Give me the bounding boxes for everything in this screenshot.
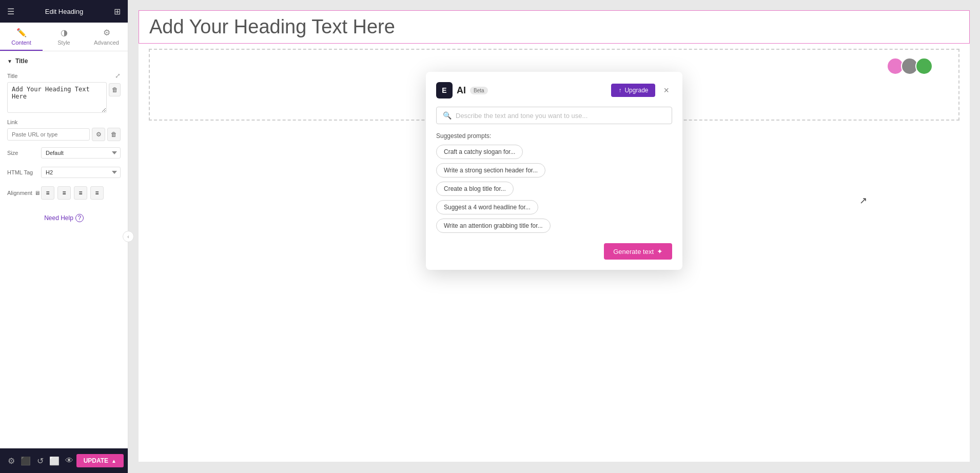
html-tag-field-group: HTML Tag H1 H2 H3 H4 H5 H6 div span p [0, 164, 128, 183]
settings-bottom-icon[interactable]: ⚙ [4, 452, 18, 469]
beta-badge: Beta [470, 87, 488, 94]
ai-modal-overlay: E AI Beta ↑ Upgrade × 🔍 [139, 10, 970, 462]
upgrade-button[interactable]: ↑ Upgrade [611, 84, 655, 97]
update-chevron-icon: ▲ [111, 458, 116, 464]
update-button[interactable]: UPDATE ▲ [76, 454, 124, 467]
generate-sparkle-icon: ✦ [657, 247, 663, 255]
prompt-chip-0[interactable]: Craft a catchy slogan for... [436, 145, 523, 159]
title-textarea[interactable]: Add Your Heading Text Here [7, 82, 107, 113]
html-tag-select[interactable]: H1 H2 H3 H4 H5 H6 div span p [41, 167, 121, 178]
link-inline-field: ⚙ 🗑 [7, 128, 121, 141]
sidebar-collapse-toggle[interactable]: ‹ [123, 231, 134, 242]
elementor-logo-icon: E [436, 82, 453, 98]
history-bottom-icon[interactable]: ↺ [33, 452, 47, 469]
title-section-header: ▼ Title [0, 51, 128, 69]
need-help-link[interactable]: Need Help ? [0, 204, 128, 232]
modal-logo: E AI Beta [436, 82, 488, 98]
prompt-chip-1[interactable]: Write a strong section header for... [436, 163, 545, 178]
hamburger-icon[interactable]: ☰ [7, 7, 14, 16]
prompt-chip-3[interactable]: Suggest a 4 word headline for... [436, 200, 538, 214]
link-field-label: Link [7, 119, 121, 125]
grid-icon[interactable]: ⊞ [114, 7, 121, 16]
title-expand-icon[interactable]: ⤢ [115, 72, 121, 80]
size-field-group: Size Default Small Medium Large XL XXL [0, 144, 128, 164]
prompts-list: Craft a catchy slogan for... Write a str… [436, 145, 672, 233]
help-circle-icon: ? [75, 214, 84, 222]
search-icon: 🔍 [443, 111, 452, 120]
ai-title: AI [457, 85, 466, 96]
sidebar-title: Edit Heading [45, 8, 83, 15]
sidebar-bottom: ⚙ ⬛ ↺ ⬜ 👁 UPDATE ▲ [0, 448, 128, 473]
sidebar-tabs: ✏️ Content ◑ Style ⚙ Advanced [0, 23, 128, 51]
ai-modal: E AI Beta ↑ Upgrade × 🔍 [426, 72, 682, 270]
tab-style[interactable]: ◑ Style [43, 23, 85, 51]
responsive-bottom-icon[interactable]: ⬜ [47, 452, 62, 469]
align-center-btn[interactable]: ≡ [57, 186, 71, 200]
align-right-btn[interactable]: ≡ [74, 186, 87, 200]
prompt-chip-4[interactable]: Write an attention grabbing title for... [436, 219, 551, 233]
alignment-group: Alignment 🖥 ≡ ≡ ≡ ≡ [0, 183, 128, 204]
modal-close-button[interactable]: × [660, 84, 672, 97]
align-justify-btn[interactable]: ≡ [90, 186, 104, 200]
title-field-group: Title ⤢ Add Your Heading Text Here 🗑 [0, 69, 128, 116]
prompts-label: Suggested prompts: [436, 132, 672, 140]
size-label: Size [7, 150, 38, 156]
canvas-area: Add Your Heading Text Here E AI [139, 10, 970, 462]
style-tab-icon: ◑ [61, 28, 68, 37]
html-tag-label: HTML Tag [7, 169, 38, 175]
alignment-label: Alignment 🖥 [7, 190, 38, 196]
size-select-field: Size Default Small Medium Large XL XXL [7, 147, 121, 159]
modal-footer: Generate text ✦ [436, 243, 672, 260]
sidebar: ☰ Edit Heading ⊞ ✏️ Content ◑ Style ⚙ Ad… [0, 0, 128, 473]
tab-advanced[interactable]: ⚙ Advanced [85, 23, 128, 51]
align-left-btn[interactable]: ≡ [41, 186, 54, 200]
section-arrow-icon: ▼ [7, 58, 12, 64]
link-field-group: Link ⚙ 🗑 [0, 116, 128, 144]
size-select[interactable]: Default Small Medium Large XL XXL [41, 147, 121, 159]
prompt-chip-2[interactable]: Create a blog title for... [436, 182, 514, 196]
modal-header-right: ↑ Upgrade × [611, 84, 672, 97]
tab-content[interactable]: ✏️ Content [0, 23, 43, 51]
html-tag-select-field: HTML Tag H1 H2 H3 H4 H5 H6 div span p [7, 167, 121, 178]
main-canvas: Add Your Heading Text Here E AI [128, 0, 980, 473]
url-input[interactable] [7, 128, 90, 141]
eye-bottom-icon[interactable]: 👁 [62, 452, 76, 469]
title-clear-icon[interactable]: 🗑 [109, 83, 121, 96]
upgrade-icon: ↑ [618, 87, 621, 94]
generate-button[interactable]: Generate text ✦ [604, 243, 672, 260]
alignment-monitor-icon: 🖥 [34, 190, 40, 196]
advanced-tab-icon: ⚙ [103, 28, 110, 37]
sidebar-header: ☰ Edit Heading ⊞ [0, 0, 128, 23]
layers-bottom-icon[interactable]: ⬛ [18, 452, 33, 469]
link-settings-icon[interactable]: ⚙ [92, 128, 105, 141]
link-clear-icon[interactable]: 🗑 [107, 128, 121, 141]
title-field-label: Title ⤢ [7, 72, 121, 80]
content-tab-icon: ✏️ [16, 28, 27, 37]
sidebar-content: ▼ Title Title ⤢ Add Your Heading Text He… [0, 51, 128, 448]
ai-search-input[interactable] [456, 112, 665, 120]
ai-search-box: 🔍 [436, 107, 672, 124]
modal-header: E AI Beta ↑ Upgrade × [436, 82, 672, 98]
